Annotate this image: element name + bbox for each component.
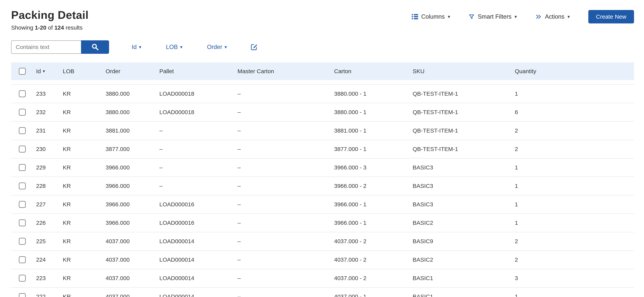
cell-sku: BASIC3 (413, 164, 515, 171)
cell-master-carton: – (238, 109, 334, 115)
filter-dropdown-order[interactable]: Order ▾ (207, 44, 227, 51)
table-row[interactable]: 225 KR 4037.000 LOAD000014 – 4037.000 - … (11, 232, 634, 250)
row-checkbox[interactable] (19, 219, 26, 226)
columns-menu-button[interactable]: Columns ▾ (412, 13, 450, 20)
column-header-order[interactable]: Order (106, 68, 159, 75)
row-checkbox[interactable] (19, 109, 26, 116)
cell-lob: KR (63, 183, 106, 189)
row-checkbox-cell (11, 293, 36, 297)
row-checkbox[interactable] (19, 256, 26, 263)
cell-quantity: 1 (515, 183, 634, 189)
cell-pallet: – (159, 164, 238, 171)
table-row[interactable]: 231 KR 3881.000 – – 3881.000 - 1 QB-TEST… (11, 121, 634, 140)
chevron-down-icon: ▾ (568, 15, 570, 19)
cell-lob: KR (63, 146, 106, 152)
packing-detail-page: Packing Detail Showing 1-20 of 124 resul… (0, 0, 644, 297)
cell-master-carton: – (238, 220, 334, 226)
results-total: 124 (54, 25, 64, 31)
filter-dropdown-id[interactable]: Id ▾ (132, 44, 141, 51)
cell-quantity: 2 (515, 146, 634, 152)
cell-id: 222 (36, 293, 63, 297)
create-new-button[interactable]: Create New (588, 10, 634, 24)
results-summary: Showing 1-20 of 124 results (11, 25, 88, 31)
filter-dropdown-lob[interactable]: LOB ▾ (166, 44, 182, 51)
filter-dropdown-order-label: Order (207, 44, 222, 51)
cell-lob: KR (63, 201, 106, 208)
table-row[interactable]: 230 KR 3877.000 – – 3877.000 - 1 QB-TEST… (11, 140, 634, 158)
row-checkbox[interactable] (19, 164, 26, 171)
cell-quantity: 1 (515, 293, 634, 297)
cell-id: 233 (36, 91, 63, 97)
cell-id: 225 (36, 238, 63, 244)
table-row[interactable]: 226 KR 3966.000 LOAD000016 – 3966.000 - … (11, 213, 634, 232)
row-checkbox[interactable] (19, 293, 26, 297)
cell-order: 3966.000 (106, 220, 159, 226)
smart-filters-label: Smart Filters (478, 13, 512, 20)
cell-master-carton: – (238, 201, 334, 208)
column-header-master-carton[interactable]: Master Carton (238, 68, 334, 75)
cell-quantity: 1 (515, 220, 634, 226)
row-checkbox[interactable] (19, 275, 26, 282)
search-input[interactable] (11, 40, 81, 54)
cell-sku: QB-TEST-ITEM-1 (413, 91, 515, 97)
table-row[interactable]: 224 KR 4037.000 LOAD000014 – 4037.000 - … (11, 250, 634, 269)
cell-quantity: 3 (515, 275, 634, 281)
results-of: of (46, 25, 54, 31)
chevron-down-icon: ▾ (448, 15, 450, 19)
cell-master-carton: – (238, 238, 334, 244)
results-suffix: results (64, 25, 82, 31)
row-checkbox[interactable] (19, 90, 26, 97)
select-all-checkbox[interactable] (19, 68, 26, 75)
table-row[interactable]: 228 KR 3966.000 – – 3966.000 - 2 BASIC3 … (11, 177, 634, 195)
cell-master-carton: – (238, 183, 334, 189)
cell-carton: 3966.000 - 3 (334, 164, 413, 171)
column-header-sku[interactable]: SKU (413, 68, 515, 75)
results-range: 1-20 (35, 25, 46, 31)
table-row[interactable]: 232 KR 3880.000 LOAD000018 – 3880.000 - … (11, 103, 634, 121)
row-checkbox[interactable] (19, 146, 26, 153)
cell-sku: QB-TEST-ITEM-1 (413, 146, 515, 152)
cell-id: 223 (36, 275, 63, 281)
cell-order: 3966.000 (106, 164, 159, 171)
row-checkbox[interactable] (19, 182, 26, 189)
table-row[interactable]: 222 KR 4037.000 LOAD000014 – 4037.000 - … (11, 287, 634, 297)
table-row[interactable]: 223 KR 4037.000 LOAD000014 – 4037.000 - … (11, 269, 634, 287)
actions-menu-button[interactable]: Actions ▾ (535, 13, 570, 20)
cell-pallet: LOAD000018 (159, 109, 238, 115)
row-checkbox-cell (11, 90, 36, 97)
sort-desc-icon: ▾ (43, 69, 45, 74)
column-header-id[interactable]: Id ▾ (36, 68, 63, 75)
column-header-lob-label: LOB (63, 68, 74, 75)
table-row[interactable]: 233 KR 3880.000 LOAD000018 – 3880.000 - … (11, 84, 634, 103)
cell-master-carton: – (238, 256, 334, 263)
cell-lob: KR (63, 109, 106, 115)
cell-lob: KR (63, 91, 106, 97)
row-checkbox[interactable] (19, 238, 26, 245)
cell-sku: QB-TEST-ITEM-1 (413, 127, 515, 134)
cell-master-carton: – (238, 164, 334, 171)
table-row[interactable]: 227 KR 3966.000 LOAD000016 – 3966.000 - … (11, 195, 634, 213)
table-row[interactable]: 229 KR 3966.000 – – 3966.000 - 3 BASIC3 … (11, 158, 634, 177)
page-title: Packing Detail (11, 9, 88, 21)
row-checkbox[interactable] (19, 127, 26, 134)
cell-carton: 3880.000 - 1 (334, 109, 413, 115)
column-header-carton[interactable]: Carton (334, 68, 413, 75)
cell-sku: QB-TEST-ITEM-1 (413, 109, 515, 115)
column-header-quantity-label: Quantity (515, 68, 536, 75)
chevron-down-icon: ▾ (139, 45, 141, 49)
edit-filters-button[interactable] (250, 43, 258, 51)
row-checkbox[interactable] (19, 201, 26, 208)
column-header-pallet[interactable]: Pallet (159, 68, 238, 75)
cell-carton: 3877.000 - 1 (334, 146, 413, 152)
cell-quantity: 1 (515, 164, 634, 171)
cell-pallet: – (159, 183, 238, 189)
cell-lob: KR (63, 275, 106, 281)
header-checkbox-cell (11, 68, 36, 75)
results-prefix: Showing (11, 25, 35, 31)
cell-order: 4037.000 (106, 293, 159, 297)
column-header-quantity[interactable]: Quantity (515, 68, 634, 75)
smart-filters-menu-button[interactable]: Smart Filters ▾ (468, 13, 517, 20)
search-button[interactable] (81, 40, 109, 54)
column-header-lob[interactable]: LOB (63, 68, 106, 75)
cell-id: 227 (36, 201, 63, 208)
